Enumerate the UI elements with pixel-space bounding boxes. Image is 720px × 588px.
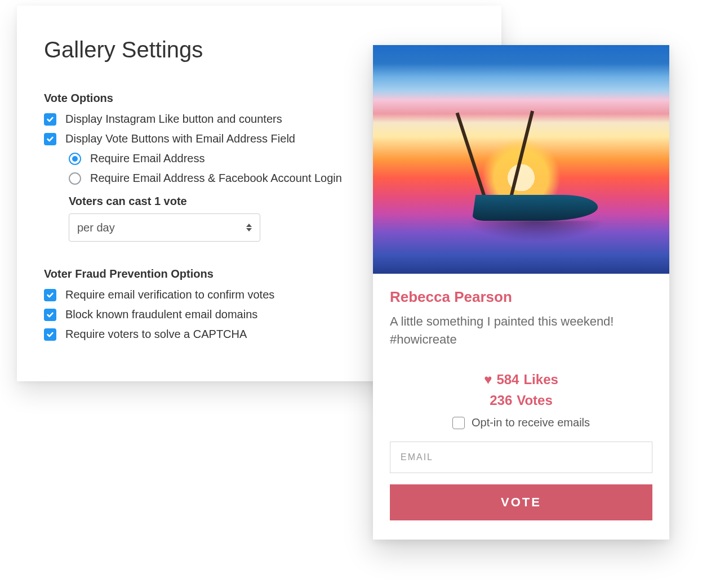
option-fraud-block-label: Block known fraudulent email domains bbox=[65, 308, 257, 321]
votes-count: 236 bbox=[490, 390, 512, 411]
checkbox-fraud-captcha[interactable] bbox=[44, 328, 56, 341]
checkmark-icon bbox=[46, 331, 54, 338]
entry-image-boat bbox=[474, 187, 598, 221]
checkbox-display-like[interactable] bbox=[44, 113, 56, 126]
votes-line: 236 Votes bbox=[390, 390, 652, 411]
optin-label: Opt-in to receive emails bbox=[472, 416, 590, 429]
radio-require-email-fb-label: Require Email Address & Facebook Account… bbox=[90, 172, 342, 185]
likes-label: Likes bbox=[523, 369, 558, 390]
checkbox-fraud-block[interactable] bbox=[44, 309, 56, 321]
checkbox-fraud-verify[interactable] bbox=[44, 289, 56, 301]
heart-icon: ♥ bbox=[484, 369, 492, 390]
radio-require-email-input[interactable] bbox=[69, 153, 81, 165]
option-display-vote-label: Display Vote Buttons with Email Address … bbox=[65, 132, 295, 145]
optin-checkbox[interactable] bbox=[452, 417, 465, 429]
checkmark-icon bbox=[46, 135, 54, 143]
entry-stats: ♥ 584 Likes 236 Votes bbox=[390, 369, 652, 411]
entry-image bbox=[373, 45, 669, 274]
likes-count: 584 bbox=[496, 369, 519, 390]
likes-line: ♥ 584 Likes bbox=[390, 369, 652, 390]
checkmark-icon bbox=[46, 311, 54, 319]
option-display-like-label: Display Instagram Like button and counte… bbox=[65, 113, 282, 126]
entry-caption: A little something I painted this weeken… bbox=[390, 313, 652, 349]
optin-row[interactable]: Opt-in to receive emails bbox=[390, 416, 652, 429]
vote-limit-value: per day bbox=[77, 221, 115, 234]
select-caret-icon bbox=[246, 224, 252, 231]
option-fraud-captcha-label: Require voters to solve a CAPTCHA bbox=[65, 328, 247, 341]
option-fraud-verify-label: Require email verification to confirm vo… bbox=[65, 288, 274, 301]
entry-author[interactable]: Rebecca Pearson bbox=[390, 288, 652, 306]
entry-body: Rebecca Pearson A little something I pai… bbox=[373, 274, 669, 540]
checkmark-icon bbox=[46, 115, 54, 123]
entry-card: Rebecca Pearson A little something I pai… bbox=[373, 45, 669, 540]
radio-require-email-fb-input[interactable] bbox=[69, 172, 81, 185]
vote-button[interactable]: VOTE bbox=[390, 484, 652, 520]
checkmark-icon bbox=[46, 291, 54, 299]
votes-label: Votes bbox=[517, 390, 553, 411]
vote-limit-select[interactable]: per day bbox=[69, 213, 260, 242]
email-input[interactable] bbox=[390, 442, 652, 473]
radio-require-email-label: Require Email Address bbox=[90, 152, 205, 165]
checkbox-display-vote[interactable] bbox=[44, 133, 56, 145]
entry-image-reflection bbox=[468, 221, 603, 241]
